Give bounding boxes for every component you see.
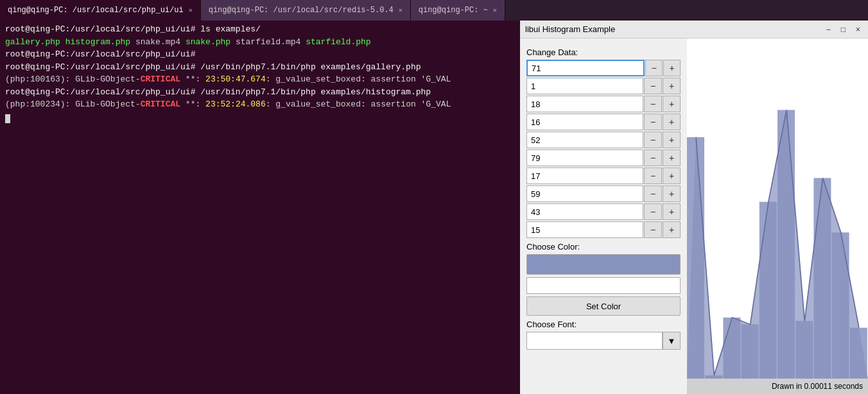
histogram-footer: Drawn in 0.00011 seconds — [687, 379, 868, 394]
histogram-area: Drawn in 0.00011 seconds — [687, 39, 868, 394]
decrement-button-0[interactable]: − — [645, 60, 663, 76]
increment-button-2[interactable]: + — [663, 96, 681, 112]
tab-1-close[interactable]: ✕ — [189, 6, 193, 14]
choose-color-label: Choose Color: — [526, 242, 681, 252]
panel-content: Change Data: −+−+−+−+−+−+−+−+−+−+ Choose… — [520, 39, 868, 394]
increment-button-8[interactable]: + — [663, 203, 681, 220]
set-color-button[interactable]: Set Color — [526, 296, 681, 316]
decrement-button-9[interactable]: − — [644, 221, 662, 238]
histogram-svg — [687, 39, 868, 394]
color-preview — [526, 254, 681, 275]
close-button[interactable]: × — [853, 25, 863, 34]
data-input-9[interactable] — [526, 221, 643, 238]
controls-area: Change Data: −+−+−+−+−+−+−+−+−+−+ Choose… — [520, 39, 687, 394]
tab-2-label: qing@qing-PC: /usr/local/src/redis-5.0.4 — [209, 6, 394, 15]
increment-button-0[interactable]: + — [663, 60, 681, 76]
data-input-5[interactable] — [526, 150, 643, 166]
minimize-button[interactable]: − — [824, 25, 833, 34]
decrement-button-6[interactable]: − — [644, 167, 662, 184]
decrement-button-2[interactable]: − — [644, 96, 662, 112]
tab-2[interactable]: qing@qing-PC: /usr/local/src/redis-5.0.4… — [201, 0, 411, 21]
data-input-7[interactable] — [526, 185, 643, 202]
terminal-line-7: (php:100234): GLib-GObject-CRITICAL **: … — [5, 98, 515, 111]
increment-button-5[interactable]: + — [663, 150, 681, 166]
data-input-8[interactable] — [526, 203, 643, 220]
choose-font-label: Choose Font: — [526, 320, 681, 329]
data-row-7: −+ — [526, 185, 681, 202]
tab-3-close[interactable]: ✕ — [493, 6, 497, 14]
decrement-button-1[interactable]: − — [644, 78, 662, 94]
data-row-9: −+ — [526, 221, 681, 238]
data-row-8: −+ — [526, 203, 681, 220]
data-input-2[interactable] — [526, 96, 643, 112]
terminal-line-6: root@qing-PC:/usr/local/src/php_ui/ui# /… — [5, 86, 515, 99]
font-select-input[interactable]: Bitstream Charter — [526, 332, 663, 350]
drawn-text: Drawn in 0.00011 seconds — [772, 382, 863, 391]
data-row-4: −+ — [526, 132, 681, 148]
decrement-button-7[interactable]: − — [644, 185, 662, 202]
increment-button-6[interactable]: + — [663, 167, 681, 184]
color-hex-input[interactable]: 0x8892BFFF — [526, 277, 681, 294]
data-row-1: −+ — [526, 78, 681, 94]
right-panel: libui Histogram Example − □ × Change Dat… — [520, 21, 868, 394]
window-controls: − □ × — [824, 25, 863, 34]
tab-3-label: qing@qing-PC: ~ — [419, 6, 488, 15]
font-dropdown-button[interactable]: ▼ — [663, 332, 681, 350]
decrement-button-5[interactable]: − — [644, 150, 662, 166]
data-input-4[interactable] — [526, 132, 643, 148]
tab-bar: qing@qing-PC: /usr/local/src/php_ui/ui ✕… — [0, 0, 868, 21]
decrement-button-3[interactable]: − — [644, 114, 662, 130]
terminal-line-4: root@qing-PC:/usr/local/src/php_ui/ui# /… — [5, 61, 515, 74]
increment-button-7[interactable]: + — [663, 185, 681, 202]
increment-button-1[interactable]: + — [663, 78, 681, 94]
tab-1-label: qing@qing-PC: /usr/local/src/php_ui/ui — [8, 6, 184, 15]
data-input-6[interactable] — [526, 167, 643, 184]
main-content: root@qing-PC:/usr/local/src/php_ui/ui# l… — [0, 21, 868, 394]
terminal-line-1: root@qing-PC:/usr/local/src/php_ui/ui# l… — [5, 23, 515, 36]
data-input-0[interactable] — [526, 60, 645, 76]
tab-1[interactable]: qing@qing-PC: /usr/local/src/php_ui/ui ✕ — [0, 0, 201, 21]
terminal-line-2: gallery.php histogram.php snake.mp4 snak… — [5, 36, 515, 49]
terminal-cursor-line — [5, 111, 515, 124]
data-input-3[interactable] — [526, 114, 643, 130]
font-select-wrap: Bitstream Charter ▼ — [526, 332, 681, 350]
maximize-button[interactable]: □ — [838, 25, 848, 34]
data-input-1[interactable] — [526, 78, 643, 94]
tab-2-close[interactable]: ✕ — [399, 6, 403, 14]
terminal[interactable]: root@qing-PC:/usr/local/src/php_ui/ui# l… — [0, 21, 520, 394]
decrement-button-4[interactable]: − — [644, 132, 662, 148]
terminal-line-5: (php:100163): GLib-GObject-CRITICAL **: … — [5, 73, 515, 86]
data-row-3: −+ — [526, 114, 681, 130]
decrement-button-8[interactable]: − — [644, 203, 662, 220]
change-data-label: Change Data: — [526, 47, 681, 57]
window-titlebar: libui Histogram Example − □ × — [520, 21, 868, 39]
data-row-0: −+ — [526, 60, 681, 76]
tab-3[interactable]: qing@qing-PC: ~ ✕ — [411, 0, 505, 21]
data-row-2: −+ — [526, 96, 681, 112]
increment-button-3[interactable]: + — [663, 114, 681, 130]
increment-button-9[interactable]: + — [663, 221, 681, 238]
terminal-line-3: root@qing-PC:/usr/local/src/php_ui/ui# — [5, 48, 515, 61]
window-title: libui Histogram Example — [525, 24, 615, 34]
data-row-6: −+ — [526, 167, 681, 184]
data-row-5: −+ — [526, 150, 681, 166]
cursor-block — [5, 114, 10, 123]
data-inputs-container: −+−+−+−+−+−+−+−+−+−+ — [526, 60, 681, 238]
increment-button-4[interactable]: + — [663, 132, 681, 148]
